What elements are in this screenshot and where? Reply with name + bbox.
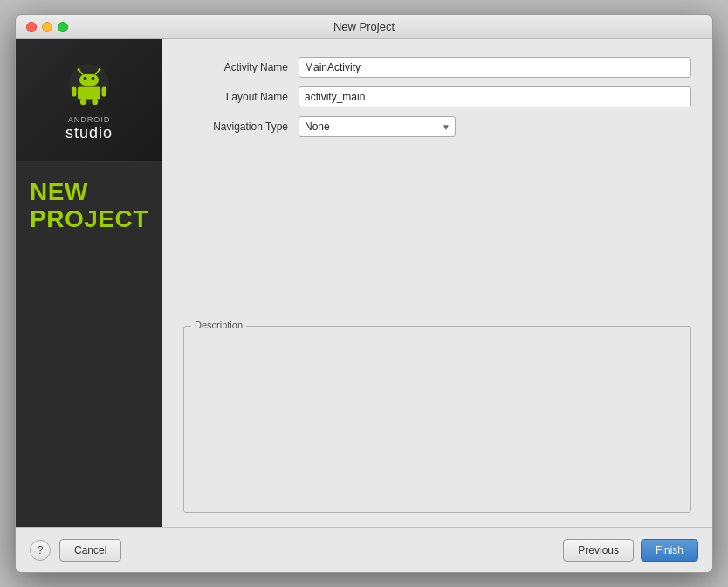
bottom-right: Previous Finish <box>563 539 698 562</box>
minimize-button[interactable] <box>42 22 52 32</box>
description-label: Description <box>191 320 246 330</box>
title-bar: New Project <box>16 15 712 39</box>
cancel-button[interactable]: Cancel <box>59 539 121 562</box>
content-spacer <box>183 155 691 326</box>
studio-label: studio <box>65 124 113 142</box>
svg-rect-11 <box>80 99 86 105</box>
main-window: New Project <box>15 14 713 573</box>
bottom-bar: ? Cancel Previous Finish <box>16 527 712 572</box>
navigation-type-wrapper: None Tabs Swipe Views Navigation Drawer … <box>299 116 456 137</box>
new-project-text: NEW PROJECT <box>30 179 148 233</box>
maximize-button[interactable] <box>58 22 68 32</box>
navigation-type-label: Navigation Type <box>183 121 288 133</box>
sidebar-logo: ANDROID studio <box>16 39 162 162</box>
layout-name-label: Layout Name <box>183 91 288 103</box>
layout-name-input[interactable] <box>299 86 691 107</box>
svg-rect-10 <box>102 87 107 97</box>
svg-rect-5 <box>79 74 99 86</box>
navigation-type-row: Navigation Type None Tabs Swipe Views Na… <box>183 116 691 137</box>
svg-rect-9 <box>72 87 77 97</box>
traffic-lights <box>26 22 68 32</box>
svg-point-2 <box>78 68 80 71</box>
activity-name-row: Activity Name <box>183 57 691 78</box>
layout-name-row: Layout Name <box>183 86 691 107</box>
svg-point-6 <box>84 77 87 80</box>
new-project-line2: PROJECT <box>30 206 148 233</box>
form-section: Activity Name Layout Name Navigation Typ… <box>183 57 691 137</box>
svg-rect-12 <box>93 99 99 105</box>
navigation-type-select[interactable]: None Tabs Swipe Views Navigation Drawer <box>299 116 456 137</box>
window-body: ANDROID studio NEW PROJECT Activity Name <box>16 39 712 527</box>
new-project-section: NEW PROJECT <box>16 162 162 527</box>
android-label: ANDROID <box>68 115 111 124</box>
bottom-left: ? Cancel <box>30 539 121 562</box>
finish-button[interactable]: Finish <box>641 539 698 562</box>
help-button[interactable]: ? <box>30 540 51 561</box>
previous-button[interactable]: Previous <box>563 539 634 562</box>
svg-point-4 <box>99 68 101 71</box>
main-content: Activity Name Layout Name Navigation Typ… <box>162 39 712 527</box>
svg-point-7 <box>92 77 95 80</box>
activity-name-label: Activity Name <box>183 61 288 73</box>
close-button[interactable] <box>26 22 37 32</box>
activity-name-input[interactable] <box>299 57 691 78</box>
window-title: New Project <box>333 20 395 33</box>
svg-rect-8 <box>78 87 100 100</box>
android-icon <box>63 58 115 110</box>
sidebar: ANDROID studio NEW PROJECT <box>16 39 162 527</box>
new-project-line1: NEW <box>30 179 148 206</box>
description-section: Description <box>183 326 691 513</box>
